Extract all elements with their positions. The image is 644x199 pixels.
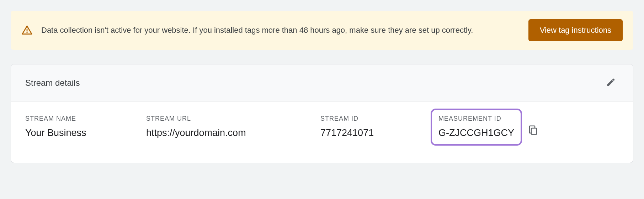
svg-point-1	[26, 32, 27, 33]
stream-id-value: 7717241071	[320, 127, 409, 138]
view-tag-instructions-button[interactable]: View tag instructions	[528, 19, 623, 41]
measurement-id-value: G-ZJCCGH1GCY	[438, 127, 514, 138]
stream-name-value: Your Business	[25, 127, 125, 138]
warning-icon	[21, 25, 33, 36]
measurement-id-label: MEASUREMENT ID	[438, 115, 514, 122]
stream-url-value: https://yourdomain.com	[146, 127, 299, 138]
pencil-icon	[606, 77, 616, 88]
edit-button[interactable]	[603, 74, 619, 91]
stream-name-field: STREAM NAME Your Business	[25, 115, 125, 138]
stream-id-field: STREAM ID 7717241071	[320, 115, 409, 138]
svg-rect-2	[531, 128, 537, 135]
stream-details-title: Stream details	[25, 78, 80, 88]
stream-url-field: STREAM URL https://yourdomain.com	[146, 115, 299, 138]
stream-details-body: STREAM NAME Your Business STREAM URL htt…	[11, 101, 633, 163]
alert-message: Data collection isn't active for your we…	[41, 24, 520, 36]
stream-id-label: STREAM ID	[320, 115, 409, 122]
stream-details-header: Stream details	[11, 64, 633, 101]
stream-details-card: Stream details STREAM NAME Your Business…	[11, 64, 633, 163]
copy-icon	[528, 125, 538, 136]
stream-name-label: STREAM NAME	[25, 115, 125, 122]
data-collection-alert: Data collection isn't active for your we…	[11, 11, 633, 50]
copy-measurement-id-button[interactable]	[526, 123, 540, 138]
measurement-id-highlight: MEASUREMENT ID G-ZJCCGH1GCY	[431, 109, 522, 146]
measurement-id-field: MEASUREMENT ID G-ZJCCGH1GCY	[431, 115, 540, 146]
stream-url-label: STREAM URL	[146, 115, 299, 122]
